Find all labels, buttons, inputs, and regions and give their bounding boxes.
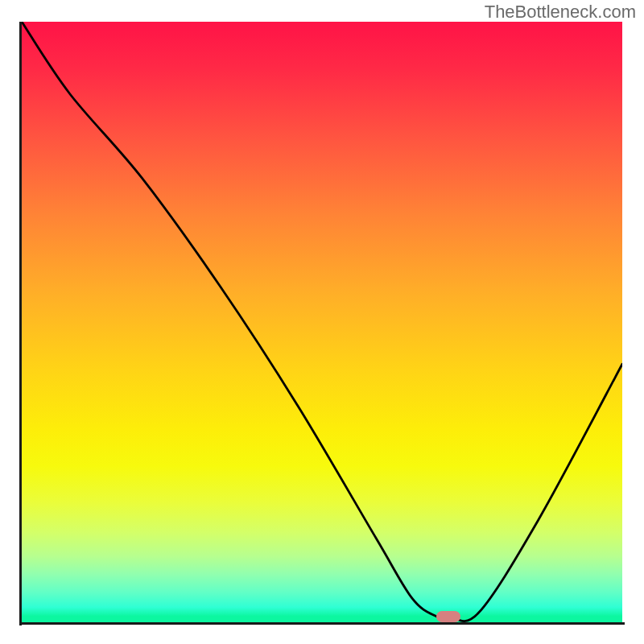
chart-container: TheBottleneck.com [0,0,644,644]
optimal-point-marker [436,611,460,622]
curve-svg [22,22,622,622]
y-axis-line [19,22,22,625]
bottleneck-curve-path [22,22,622,621]
x-axis-line [19,622,625,625]
plot-area [22,22,622,622]
watermark-text: TheBottleneck.com [485,2,636,23]
